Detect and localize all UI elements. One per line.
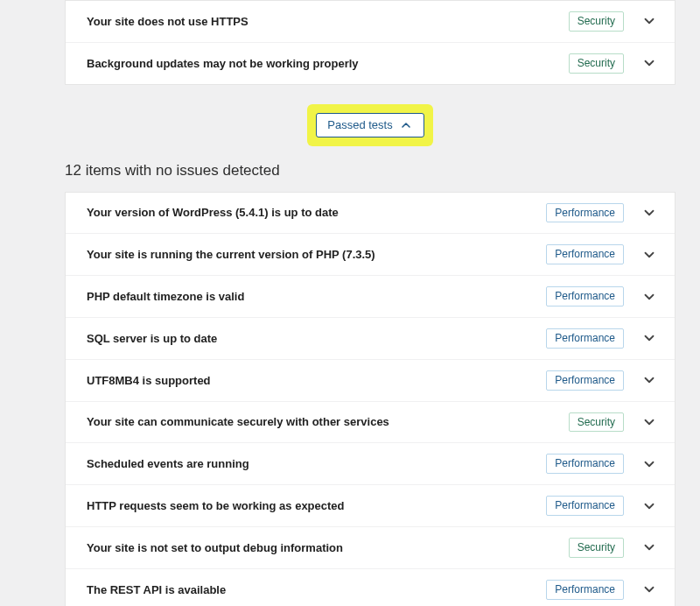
chevron-down-icon[interactable] — [640, 203, 659, 222]
item-actions: Performance — [546, 203, 659, 223]
item-title: The REST API is available — [87, 583, 546, 596]
item-title: Your site is running the current version… — [87, 248, 546, 261]
toggle-label: Passed tests — [327, 118, 392, 131]
passed-section-heading: 12 items with no issues detected — [65, 162, 676, 180]
item-title: SQL server is up to date — [87, 332, 546, 345]
health-item[interactable]: Your site can communicate securely with … — [66, 401, 675, 443]
chevron-down-icon[interactable] — [640, 11, 659, 31]
item-title: Your site is not set to output debug inf… — [87, 541, 569, 554]
item-title: Your site can communicate securely with … — [87, 415, 569, 428]
health-item[interactable]: PHP default timezone is validPerformance — [66, 275, 675, 317]
item-actions: Performance — [546, 496, 659, 516]
item-title: Your site does not use HTTPS — [87, 15, 569, 28]
item-title: HTTP requests seem to be working as expe… — [87, 499, 546, 512]
item-actions: Performance — [546, 244, 659, 264]
category-badge: Performance — [546, 244, 624, 264]
category-badge: Performance — [546, 203, 624, 223]
passed-tests-toggle-button[interactable]: Passed tests — [316, 113, 424, 137]
category-badge: Security — [569, 53, 624, 74]
chevron-down-icon[interactable] — [640, 454, 659, 474]
category-badge: Performance — [546, 370, 624, 391]
chevron-down-icon[interactable] — [640, 497, 659, 516]
item-title: Scheduled events are running — [87, 457, 546, 470]
category-badge: Performance — [546, 496, 624, 516]
item-actions: Performance — [546, 286, 659, 307]
health-item[interactable]: Your site is not set to output debug inf… — [66, 526, 675, 568]
health-item[interactable]: Scheduled events are runningPerformance — [66, 442, 675, 484]
item-title: UTF8MB4 is supported — [87, 374, 546, 387]
category-badge: Performance — [546, 286, 624, 307]
category-badge: Security — [569, 11, 624, 32]
item-actions: Performance — [546, 580, 659, 600]
health-item[interactable]: Your version of WordPress (5.4.1) is up … — [66, 193, 675, 234]
category-badge: Security — [569, 538, 624, 558]
chevron-up-icon — [399, 118, 413, 132]
item-actions: Security — [569, 538, 659, 558]
chevron-down-icon[interactable] — [640, 412, 659, 432]
health-item[interactable]: Your site does not use HTTPS Security — [66, 1, 675, 42]
item-actions: Security — [569, 11, 659, 32]
issues-card: Your site does not use HTTPS Security Ba… — [65, 0, 676, 85]
chevron-down-icon[interactable] — [640, 538, 659, 557]
health-item[interactable]: The REST API is availablePerformance — [66, 568, 675, 606]
chevron-down-icon[interactable] — [640, 53, 659, 73]
category-badge: Performance — [546, 454, 624, 474]
item-actions: Security — [569, 412, 659, 433]
chevron-down-icon[interactable] — [640, 580, 659, 599]
health-item[interactable]: UTF8MB4 is supportedPerformance — [66, 359, 675, 401]
item-title: PHP default timezone is valid — [87, 290, 546, 303]
health-item[interactable]: Your site is running the current version… — [66, 233, 675, 275]
item-title: Your version of WordPress (5.4.1) is up … — [87, 206, 546, 219]
passed-card: Your version of WordPress (5.4.1) is up … — [65, 192, 676, 606]
item-actions: Security — [569, 53, 659, 74]
chevron-down-icon[interactable] — [640, 245, 659, 264]
health-item[interactable]: SQL server is up to datePerformance — [66, 317, 675, 359]
highlight-annotation: Passed tests — [307, 104, 432, 146]
item-actions: Performance — [546, 370, 659, 391]
item-actions: Performance — [546, 328, 659, 349]
category-badge: Security — [569, 412, 624, 433]
chevron-down-icon[interactable] — [640, 328, 659, 348]
chevron-down-icon[interactable] — [640, 287, 659, 307]
passed-tests-toggle-wrap: Passed tests — [65, 104, 676, 146]
health-item[interactable]: HTTP requests seem to be working as expe… — [66, 484, 675, 526]
item-actions: Performance — [546, 454, 659, 474]
category-badge: Performance — [546, 580, 624, 600]
chevron-down-icon[interactable] — [640, 370, 659, 390]
health-item[interactable]: Background updates may not be working pr… — [66, 42, 675, 84]
category-badge: Performance — [546, 328, 624, 349]
item-title: Background updates may not be working pr… — [87, 57, 569, 70]
